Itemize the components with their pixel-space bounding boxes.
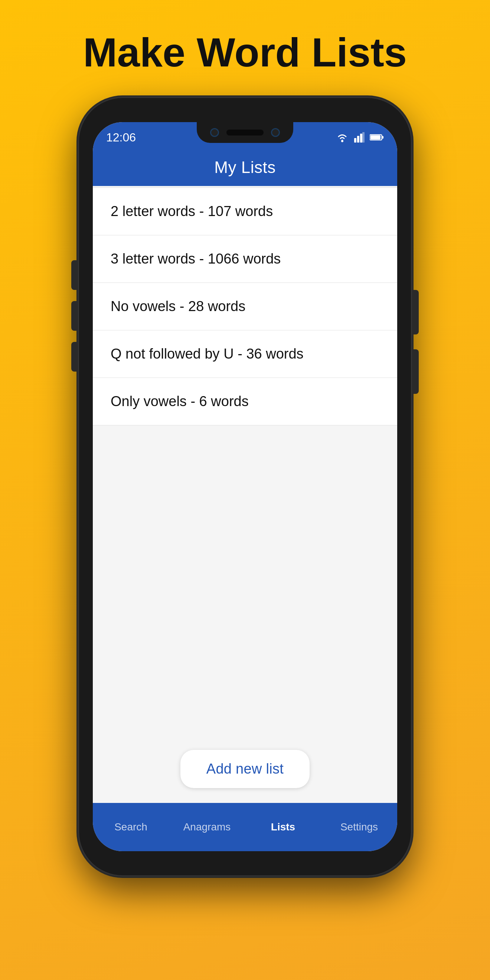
nav-label-lists: Lists — [271, 821, 295, 833]
front-camera — [210, 128, 219, 137]
nav-item-search[interactable]: Search — [93, 818, 169, 837]
add-new-list-button[interactable]: Add new list — [180, 750, 310, 788]
svg-rect-6 — [382, 136, 384, 138]
bottom-nav: Search Anagrams Lists Settings — [93, 803, 397, 851]
svg-point-0 — [341, 140, 344, 142]
front-camera-2 — [271, 128, 280, 137]
svg-rect-4 — [362, 132, 364, 143]
list-item-2[interactable]: 3 letter words - 1066 words — [93, 235, 397, 283]
phone-speaker — [226, 130, 264, 135]
app-bar-title: My Lists — [214, 158, 275, 177]
list-content: 2 letter words - 107 words 3 letter word… — [93, 186, 397, 803]
svg-rect-1 — [354, 138, 356, 143]
page-background-title: Make Word Lists — [83, 0, 407, 97]
app-bar: My Lists — [93, 149, 397, 186]
nav-item-settings[interactable]: Settings — [321, 818, 397, 837]
nav-label-anagrams: Anagrams — [183, 821, 231, 833]
add-button-container: Add new list — [93, 739, 397, 803]
nav-item-lists[interactable]: Lists — [245, 818, 321, 837]
signal-icon — [354, 132, 364, 143]
battery-icon — [370, 134, 384, 141]
wifi-icon — [336, 132, 349, 143]
list-item-3[interactable]: No vowels - 28 words — [93, 283, 397, 330]
status-icons — [336, 132, 384, 143]
svg-rect-2 — [357, 136, 360, 143]
svg-rect-7 — [371, 135, 380, 140]
list-item-1[interactable]: 2 letter words - 107 words — [93, 188, 397, 235]
list-item-4[interactable]: Q not followed by U - 36 words — [93, 330, 397, 378]
status-time: 12:06 — [106, 130, 136, 145]
nav-label-settings: Settings — [340, 821, 378, 833]
nav-label-search: Search — [115, 821, 147, 833]
list-item-5[interactable]: Only vowels - 6 words — [93, 378, 397, 425]
phone-device: 12:06 — [78, 97, 412, 877]
phone-screen: 12:06 — [93, 122, 397, 851]
list-spacer — [93, 425, 397, 739]
svg-rect-3 — [360, 134, 362, 143]
nav-item-anagrams[interactable]: Anagrams — [169, 818, 245, 837]
phone-notch — [197, 122, 293, 143]
